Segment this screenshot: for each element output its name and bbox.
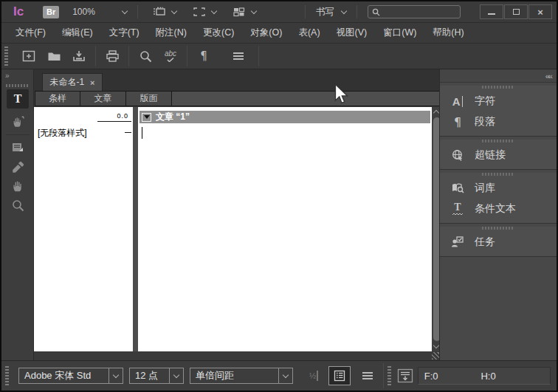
tab-layout[interactable]: 版面 [126, 91, 172, 106]
window-controls: × [480, 4, 552, 19]
line-spacing-dropdown[interactable]: 单倍间距 [190, 368, 293, 384]
print-button[interactable] [100, 46, 124, 66]
divider [383, 363, 384, 388]
document-tab[interactable]: 未命名-1 × [42, 73, 103, 91]
panel-item-character[interactable]: A 字符 [440, 91, 557, 111]
title-bar: Ic Br 100% 书写 [1, 1, 557, 23]
menu-object[interactable]: 对象(O) [242, 23, 290, 43]
character-icon: A [450, 95, 466, 108]
menu-view[interactable]: 视图(V) [328, 23, 376, 43]
panel-group-hyperlinks: 超链接 [440, 140, 557, 170]
story-header[interactable]: 文章 “1” [140, 111, 430, 123]
expand-panel-icon[interactable]: » [5, 72, 9, 80]
line-numbers-button[interactable]: ½ [309, 371, 318, 381]
minimize-icon [488, 13, 495, 15]
panel-item-hyperlinks[interactable]: 超链接 [440, 145, 557, 165]
close-button[interactable]: × [528, 4, 552, 19]
search-input[interactable] [383, 7, 454, 17]
menu-edit[interactable]: 编辑(E) [54, 23, 101, 43]
story-text-area[interactable]: 文章 “1” [138, 107, 432, 351]
new-document-button[interactable] [17, 46, 41, 66]
menu-window[interactable]: 窗口(W) [375, 23, 424, 43]
note-tool[interactable] [1, 137, 34, 158]
scroll-down-icon[interactable] [433, 343, 439, 348]
panel-group-drag-handle[interactable] [482, 140, 514, 142]
font-size-dropdown[interactable]: 12 点 [129, 368, 184, 384]
font-family-value: Adobe 宋体 Std [19, 369, 108, 382]
panel-item-assignments[interactable]: 任务 [440, 232, 557, 252]
menu-type[interactable]: 文字(T) [101, 23, 148, 43]
view-tab-filler [172, 91, 442, 106]
text-insertion-caret [142, 127, 142, 139]
document-tab-strip: 未命名-1 × [34, 69, 442, 91]
maximize-icon [513, 9, 520, 15]
tab-close-icon[interactable]: × [90, 78, 94, 87]
show-hidden-characters-button[interactable]: ¶ [192, 46, 216, 66]
eyedropper-tool[interactable] [1, 157, 34, 177]
line-spacing-value: 单倍间距 [190, 369, 278, 382]
menu-file[interactable]: 文件(F) [7, 23, 54, 43]
view-options-dropdown[interactable] [151, 5, 176, 18]
toolbar-drag-handle[interactable] [4, 47, 8, 66]
panel-group-reference: 词库 T 条件文本 [440, 173, 557, 224]
position-tool[interactable] [1, 111, 34, 132]
screen-mode-icon [191, 5, 207, 18]
panel-group-drag-handle[interactable] [482, 86, 514, 89]
panel-item-thesaurus[interactable]: 词库 [440, 178, 557, 199]
tools-drag-handle[interactable] [6, 84, 28, 87]
panel-group-drag-handle[interactable] [482, 173, 514, 176]
paragraph-icon: ¶ [450, 115, 466, 129]
search-icon [372, 8, 380, 16]
collapse-panels-icon[interactable]: «« [545, 72, 551, 80]
dropdown-button[interactable] [169, 368, 183, 383]
galley-view-options-button[interactable] [227, 46, 250, 66]
menu-table[interactable]: 表(A) [290, 23, 328, 43]
menu-changes[interactable]: 更改(C) [195, 23, 242, 43]
copyfit-drag-handle[interactable] [388, 366, 391, 385]
statusbar-drag-handle[interactable] [5, 366, 9, 385]
column-divider[interactable] [133, 107, 138, 351]
story-title: 文章 “1” [156, 111, 190, 123]
arrange-documents-dropdown[interactable] [231, 5, 256, 18]
divider [305, 5, 306, 18]
print-icon [106, 50, 120, 62]
panel-label: 任务 [475, 235, 495, 249]
screen-mode-dropdown[interactable] [191, 5, 216, 18]
zoom-button[interactable] [134, 46, 157, 66]
zoom-tool[interactable] [1, 195, 34, 216]
panel-label: 字符 [475, 94, 495, 108]
minimize-button[interactable] [480, 4, 503, 19]
hand-tool[interactable] [1, 176, 34, 196]
divider [187, 46, 187, 66]
search-box[interactable] [368, 5, 461, 18]
scroll-up-icon[interactable] [433, 110, 439, 116]
menu-help[interactable]: 帮助(H) [424, 23, 472, 43]
menu-notes[interactable]: 附注(N) [148, 23, 195, 43]
galley-menu-button[interactable] [362, 372, 373, 379]
spellcheck-button[interactable]: abc [159, 46, 182, 66]
maximize-button[interactable] [504, 4, 528, 19]
bridge-button[interactable]: Br [43, 6, 59, 18]
panel-label: 超链接 [475, 148, 506, 162]
panel-dock: «« A 字符 ¶ 段落 超链接 [439, 69, 557, 360]
zoom-tool-icon [12, 199, 24, 212]
save-button[interactable] [67, 46, 91, 66]
hand-tool-icon [11, 179, 24, 193]
type-tool[interactable]: T [1, 89, 34, 109]
dropdown-button[interactable] [108, 368, 123, 383]
tab-galley[interactable]: 条样 [35, 91, 80, 106]
info-column-toggle-button[interactable] [328, 366, 351, 385]
open-button[interactable] [42, 46, 66, 66]
copyfit-info-button[interactable] [397, 368, 413, 383]
panel-item-paragraph[interactable]: ¶ 段落 [440, 111, 557, 132]
tab-story[interactable]: 文章 [80, 91, 126, 106]
app-logo: Ic [13, 4, 24, 19]
dropdown-button[interactable] [278, 368, 292, 383]
panel-group-drag-handle[interactable] [482, 227, 514, 230]
panel-item-conditional-text[interactable]: T 条件文本 [440, 199, 557, 219]
story-collapse-button[interactable] [142, 113, 151, 122]
zoom-level-dropdown[interactable]: 100% [68, 7, 131, 17]
workspace-switcher[interactable]: 书写 [311, 6, 351, 18]
font-family-dropdown[interactable]: Adobe 宋体 Std [18, 368, 123, 384]
note-tool-icon [11, 142, 24, 154]
